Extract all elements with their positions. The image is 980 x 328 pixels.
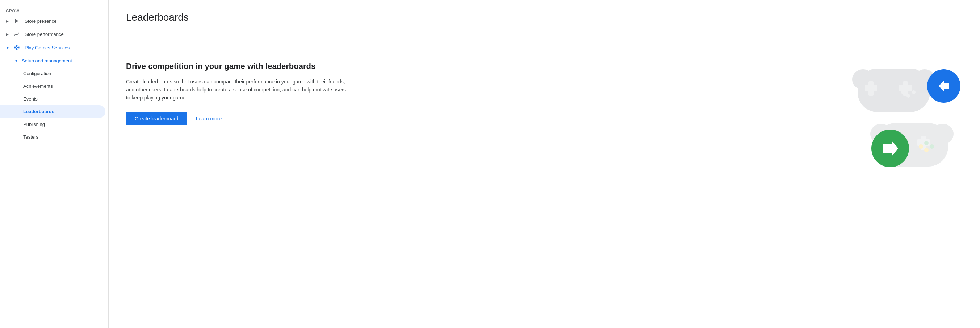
sidebar-item-play-games-services[interactable]: ▼ Play Games Services: [0, 41, 105, 54]
sidebar-item-label: Achievements: [23, 83, 53, 89]
sidebar-item-setup-management[interactable]: ▼ Setup and management: [0, 54, 105, 67]
sidebar-grow-label: Grow: [0, 6, 108, 14]
promo-title: Drive competition in your game with lead…: [126, 61, 350, 72]
svg-rect-5: [865, 85, 877, 91]
games-illustration: [847, 61, 963, 185]
page-title: Leaderboards: [126, 11, 963, 23]
sidebar-item-events[interactable]: Events: [0, 93, 105, 105]
chevron-down-icon: ▼: [14, 59, 19, 63]
trending-up-icon: [13, 31, 20, 37]
sidebar-item-label: Testers: [23, 134, 38, 140]
sidebar-item-configuration[interactable]: Configuration: [0, 67, 105, 80]
sidebar-item-leaderboards[interactable]: Leaderboards: [0, 105, 105, 118]
illustration: [847, 61, 963, 185]
promo-description: Create leaderboards so that users can co…: [126, 78, 350, 102]
chevron-right-icon: ▶: [6, 19, 10, 23]
text-section: Drive competition in your game with lead…: [126, 61, 350, 125]
sidebar-item-label: Configuration: [23, 71, 51, 76]
svg-point-8: [901, 90, 905, 94]
main-content: Leaderboards Drive competition in your g…: [109, 0, 980, 328]
sidebar-item-label: Publishing: [23, 122, 45, 127]
svg-point-11: [907, 94, 910, 98]
sidebar-item-label: Play Games Services: [25, 45, 70, 50]
sidebar-item-label: Store presence: [25, 19, 57, 24]
sidebar: Grow ▶ Store presence ▶ Store performanc…: [0, 0, 109, 328]
sidebar-item-achievements[interactable]: Achievements: [0, 80, 105, 93]
svg-marker-0: [15, 19, 18, 23]
content-area: Drive competition in your game with lead…: [126, 61, 963, 185]
chevron-down-icon: ▼: [6, 46, 10, 50]
sidebar-item-store-presence[interactable]: ▶ Store presence: [0, 14, 105, 27]
svg-point-20: [924, 141, 929, 145]
sidebar-item-publishing[interactable]: Publishing: [0, 118, 105, 131]
create-leaderboard-button[interactable]: Create leaderboard: [126, 112, 187, 125]
svg-point-21: [930, 144, 934, 149]
learn-more-link[interactable]: Learn more: [196, 116, 222, 122]
sidebar-item-label: Leaderboards: [23, 109, 54, 114]
divider: [126, 32, 963, 32]
sidebar-item-label: Events: [23, 96, 38, 102]
sidebar-item-label: Setup and management: [22, 58, 72, 64]
chevron-right-icon: ▶: [6, 32, 10, 36]
play-triangle-icon: [13, 18, 20, 24]
svg-point-22: [924, 148, 929, 152]
svg-point-9: [907, 87, 910, 90]
button-row: Create leaderboard Learn more: [126, 112, 350, 125]
sidebar-item-label: Store performance: [25, 32, 64, 37]
gamepad-icon: [13, 44, 20, 51]
svg-point-14: [932, 124, 954, 144]
svg-point-19: [919, 144, 923, 149]
svg-point-10: [912, 90, 916, 94]
sidebar-item-store-performance[interactable]: ▶ Store performance: [0, 27, 105, 41]
sidebar-item-testers[interactable]: Testers: [0, 131, 105, 143]
